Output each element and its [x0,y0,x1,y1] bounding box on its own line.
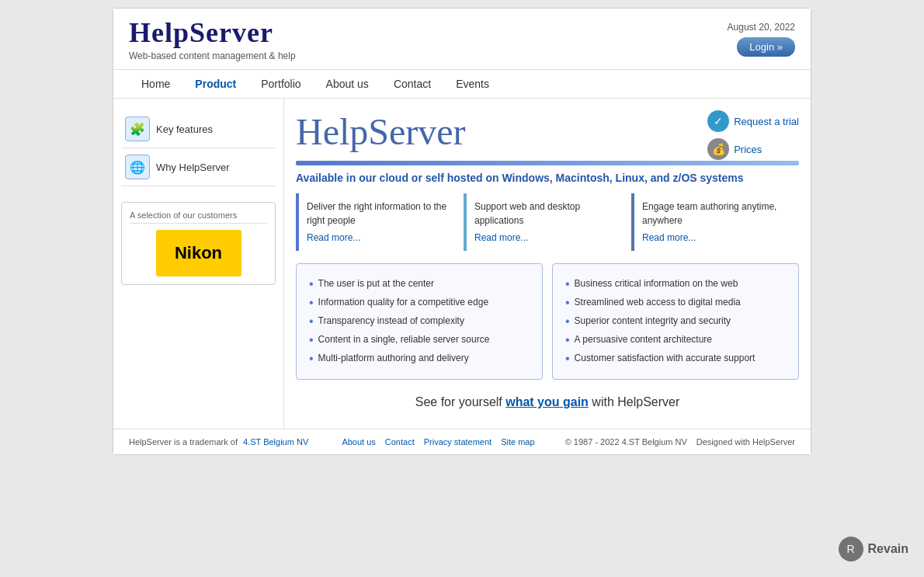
footer-link-privacy-statement[interactable]: Privacy statement [424,437,492,447]
available-text: Available in our cloud or self hosted on… [296,172,799,184]
nav-item-about-us[interactable]: About us [314,70,381,98]
read-more-link-1[interactable]: Read more... [474,231,619,245]
sidebar-label: Key features [156,123,213,135]
trial-icon: ✓ [707,110,729,132]
nav-item-home[interactable]: Home [129,70,182,98]
see-yourself-text: See for yourself [415,395,506,408]
list-item: •Customer satisfaction with accurate sup… [565,349,786,368]
list-item: •Streamlined web access to digital media [565,294,786,312]
trademark-text: HelpServer is a trademark of [129,437,240,447]
copyright-text: © 1987 - 2022 4.ST Belgium NV [565,437,687,447]
nav-item-product[interactable]: Product [182,70,248,98]
feature-col-text: Support web and desktop applications [474,201,580,226]
sidebar-item-key-features[interactable]: 🧩 Key features [121,110,276,148]
nav-bar: HomeProductPortfolioAbout usContactEvent… [113,69,811,99]
bullet-dot: • [565,334,570,346]
sidebar-item-why-helpserver[interactable]: 🌐 Why HelpServer [121,148,276,186]
bullet-dot: • [309,334,314,346]
prices-label: Prices [734,144,762,155]
prices-icon: 💰 [707,138,729,160]
read-more-link-0[interactable]: Read more... [307,231,451,245]
footer-link-site-map[interactable]: Site map [501,437,534,447]
bullet-text: Transparency instead of complexity [318,315,464,326]
list-item: •Business critical information on the we… [565,275,786,294]
prices-link[interactable]: 💰 Prices [707,138,799,160]
nav-item-contact[interactable]: Contact [381,70,443,98]
bullet-text: Multi-platform authoring and delivery [318,353,469,363]
bullet-dot: • [565,278,570,290]
feature-cols: Deliver the right information to the rig… [296,193,799,251]
bullet-text: Streamlined web access to digital media [575,297,741,308]
revain-text: Revain [868,542,908,556]
footer: HelpServer is a trademark of 4.ST Belgiu… [113,429,811,454]
bullet-text: The user is put at the center [318,278,434,289]
sidebar-icon: 🧩 [125,116,150,141]
nikon-text: Nikon [175,243,222,263]
customers-title: A selection of our customers [130,210,267,224]
list-item: •A persuasive content architecture [565,331,786,349]
bullet-dot: • [565,353,570,365]
top-right: August 20, 2022 Login » [728,22,795,57]
see-yourself-link[interactable]: what you gain [505,395,589,408]
bullet-cols: •The user is put at the center•Informati… [296,263,799,380]
bullet-dot: • [309,353,314,365]
revain-icon: R [839,537,863,561]
list-item: •Transparency instead of complexity [309,312,530,331]
main-content: HelpServer ✓ Request a trial 💰 Prices Av… [284,99,811,429]
date-label: August 20, 2022 [728,22,795,33]
feature-col-1: Support web and desktop applications Rea… [464,193,627,251]
logo-subtitle: Web-based content management & help [129,50,296,61]
see-yourself-suffix: with HelpServer [589,395,679,408]
bullet-text: Business critical information on the web [575,278,738,289]
sidebar: 🧩 Key features 🌐 Why HelpServer A select… [113,99,284,429]
bullet-text: Content in a single, reliable server sou… [318,334,490,345]
feature-col-text: Engage team authoring anytime, anywhere [642,201,776,226]
feature-col-2: Engage team authoring anytime, anywhere … [631,193,794,251]
bullet-text: Superior content integrity and security [575,315,731,326]
list-item: •Information quality for a competitive e… [309,294,530,312]
feature-col-text: Deliver the right information to the rig… [307,201,446,226]
bullet-text: Information quality for a competitive ed… [318,297,488,308]
footer-left: HelpServer is a trademark of 4.ST Belgiu… [129,437,311,447]
logo-title: HelpServer [129,16,296,49]
customers-box: A selection of our customers Nikon [121,202,276,285]
list-item: •Superior content integrity and security [565,312,786,331]
request-trial-link[interactable]: ✓ Request a trial [707,110,799,132]
nav-item-portfolio[interactable]: Portfolio [248,70,313,98]
bullet-text: A persuasive content architecture [575,334,712,345]
footer-link-about-us[interactable]: About us [342,437,375,447]
bullet-text: Customer satisfaction with accurate supp… [575,353,756,363]
logo-area: HelpServer Web-based content management … [129,16,296,61]
feature-col-0: Deliver the right information to the rig… [296,193,459,251]
bullet-dot: • [309,278,314,290]
footer-center: About us Contact Privacy statement Site … [339,437,537,447]
trial-label: Request a trial [734,116,799,127]
list-item: •Content in a single, reliable server so… [309,331,530,349]
bullet-dot: • [565,315,570,328]
bullet-dot: • [309,315,314,328]
nav-item-events[interactable]: Events [443,70,502,98]
bullet-dot: • [565,297,570,309]
see-yourself: See for yourself what you gain with Help… [296,380,799,417]
right-bullets: •Business critical information on the we… [552,263,799,380]
left-bullets: •The user is put at the center•Informati… [296,263,543,380]
login-button[interactable]: Login » [737,37,795,57]
blue-divider [296,161,799,165]
list-item: •Multi-platform authoring and delivery [309,349,530,368]
list-item: •The user is put at the center [309,275,530,294]
revain-watermark: R Revain [839,537,908,561]
nikon-logo: Nikon [156,230,241,276]
footer-link-contact[interactable]: Contact [385,437,415,447]
read-more-link-2[interactable]: Read more... [642,231,787,245]
designed-text: Designed with HelpServer [696,437,795,447]
sidebar-label: Why HelpServer [156,162,230,173]
sidebar-icon: 🌐 [125,155,150,179]
trademark-company-link[interactable]: 4.ST Belgium NV [243,437,308,447]
bullet-dot: • [309,297,314,309]
